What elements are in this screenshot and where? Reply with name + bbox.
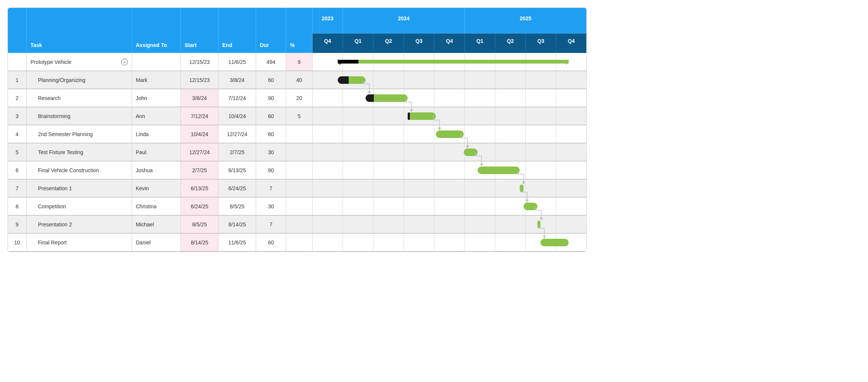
dur-cell[interactable]: 60	[256, 107, 286, 125]
task-name-cell[interactable]: 2nd Semester Planning	[27, 125, 132, 143]
dur-cell[interactable]: 90	[256, 161, 286, 179]
end-cell[interactable]: 6/13/25	[219, 161, 256, 179]
row-number[interactable]: 9	[8, 215, 27, 233]
task-bar[interactable]	[520, 185, 524, 192]
assigned-cell[interactable]: Mark	[132, 71, 181, 89]
task-progress	[408, 112, 410, 120]
task-name-cell[interactable]: Planning/Organizing	[27, 71, 132, 89]
assigned-cell[interactable]	[132, 53, 181, 71]
pct-cell[interactable]	[286, 233, 313, 252]
assigned-cell[interactable]: Linda	[132, 125, 181, 143]
end-cell[interactable]: 2/7/25	[219, 143, 256, 161]
row-number[interactable]: 1	[8, 71, 27, 89]
timeline-row	[313, 233, 587, 252]
assigned-cell[interactable]: Kevin	[132, 179, 181, 197]
start-cell[interactable]: 2/7/25	[181, 161, 219, 179]
assigned-cell[interactable]: Paul	[132, 143, 181, 161]
row-number[interactable]: 6	[8, 161, 27, 179]
start-cell[interactable]: 8/14/25	[181, 233, 219, 252]
start-cell[interactable]: 12/15/23	[181, 71, 219, 89]
dur-cell[interactable]: 494	[256, 53, 286, 71]
start-cell[interactable]: 12/27/24	[181, 143, 219, 161]
start-cell[interactable]: 6/13/25	[181, 179, 219, 197]
assigned-cell[interactable]: John	[132, 89, 181, 107]
timeline-row	[313, 125, 587, 143]
start-cell[interactable]: 6/24/25	[181, 197, 219, 215]
start-cell[interactable]: 10/4/24	[181, 125, 219, 143]
task-name-cell[interactable]: Competition	[27, 197, 132, 215]
task-name-cell[interactable]: Test Fixture Testing	[27, 143, 132, 161]
end-cell[interactable]: 8/14/25	[219, 215, 256, 233]
end-cell[interactable]: 10/4/24	[219, 107, 256, 125]
timeline-row	[313, 53, 587, 71]
end-cell[interactable]: 6/24/25	[219, 179, 256, 197]
end-cell[interactable]: 11/6/25	[219, 53, 256, 71]
row-number[interactable]: 2	[8, 89, 27, 107]
end-cell[interactable]: 12/27/24	[219, 125, 256, 143]
task-name-cell[interactable]: Presentation 2	[27, 215, 132, 233]
end-cell[interactable]: 7/12/24	[219, 89, 256, 107]
dur-cell[interactable]: 7	[256, 179, 286, 197]
header-end: End	[219, 8, 256, 53]
end-cell[interactable]: 3/8/24	[219, 71, 256, 89]
task-name-cell[interactable]: Prototype Vehicle−	[27, 53, 132, 71]
pct-cell[interactable]	[286, 215, 313, 233]
header-dur-label: Dur	[260, 42, 269, 48]
task-bar[interactable]	[537, 221, 540, 228]
start-cell[interactable]: 8/5/25	[181, 215, 219, 233]
dur-cell[interactable]: 60	[256, 233, 286, 252]
header-start: Start	[181, 8, 219, 53]
gantt-chart: Task Assigned To Start End Dur % 2023202…	[8, 8, 587, 252]
row-number[interactable]: 3	[8, 107, 27, 125]
assigned-cell[interactable]: Daniel	[132, 233, 181, 252]
task-bar[interactable]	[408, 112, 436, 120]
dur-cell[interactable]: 7	[256, 215, 286, 233]
row-number[interactable]: 7	[8, 179, 27, 197]
assigned-cell[interactable]: Christina	[132, 197, 181, 215]
task-bar[interactable]	[524, 203, 537, 210]
task-progress	[366, 94, 374, 102]
task-name-cell[interactable]: Research	[27, 89, 132, 107]
summary-bar[interactable]	[338, 60, 569, 64]
dur-cell[interactable]: 30	[256, 197, 286, 215]
timeline-row	[313, 197, 587, 215]
end-cell[interactable]: 8/5/25	[219, 197, 256, 215]
start-cell[interactable]: 12/15/23	[181, 53, 219, 71]
pct-cell[interactable]: 5	[286, 107, 313, 125]
row-number[interactable]: 4	[8, 125, 27, 143]
pct-cell[interactable]	[286, 161, 313, 179]
assigned-cell[interactable]: Michael	[132, 215, 181, 233]
quarter-header: Q4	[434, 33, 465, 53]
pct-cell[interactable]	[286, 197, 313, 215]
pct-cell[interactable]: 9	[286, 53, 313, 71]
header-task-label: Task	[30, 42, 42, 48]
end-cell[interactable]: 11/6/25	[219, 233, 256, 252]
row-number[interactable]	[8, 53, 27, 71]
dur-cell[interactable]: 60	[256, 71, 286, 89]
task-bar[interactable]	[464, 149, 478, 156]
pct-cell[interactable]: 40	[286, 71, 313, 89]
quarter-header: Q4	[313, 33, 343, 53]
assigned-cell[interactable]: Joshua	[132, 161, 181, 179]
task-bar[interactable]	[436, 130, 464, 138]
collapse-icon[interactable]: −	[121, 59, 128, 65]
task-name-cell[interactable]: Final Report	[27, 233, 132, 252]
task-name-cell[interactable]: Final Vehicle Construction	[27, 161, 132, 179]
pct-cell[interactable]	[286, 179, 313, 197]
assigned-cell[interactable]: Ann	[132, 107, 181, 125]
dur-cell[interactable]: 60	[256, 125, 286, 143]
task-name-cell[interactable]: Brainstorming	[27, 107, 132, 125]
pct-cell[interactable]	[286, 125, 313, 143]
dur-cell[interactable]: 90	[256, 89, 286, 107]
task-bar[interactable]	[540, 239, 569, 246]
start-cell[interactable]: 3/8/24	[181, 89, 219, 107]
dur-cell[interactable]: 30	[256, 143, 286, 161]
pct-cell[interactable]: 20	[286, 89, 313, 107]
row-number[interactable]: 5	[8, 143, 27, 161]
row-number[interactable]: 8	[8, 197, 27, 215]
row-number[interactable]: 10	[8, 233, 27, 252]
start-cell[interactable]: 7/12/24	[181, 107, 219, 125]
pct-cell[interactable]	[286, 143, 313, 161]
task-bar[interactable]	[478, 167, 520, 174]
task-name-cell[interactable]: Presentation 1	[27, 179, 132, 197]
